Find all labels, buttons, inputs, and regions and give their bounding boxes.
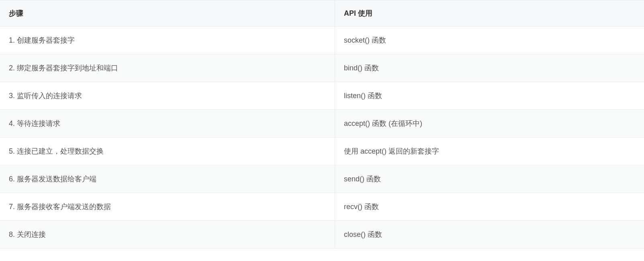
- cell-api: close() 函数: [335, 221, 644, 249]
- cell-api: accept() 函数 (在循环中): [335, 110, 644, 138]
- api-steps-table: 步骤 API 使用 1. 创建服务器套接字 socket() 函数 2. 绑定服…: [0, 0, 644, 249]
- cell-step: 1. 创建服务器套接字: [0, 27, 335, 54]
- table-row: 7. 服务器接收客户端发送的数据 recv() 函数: [0, 193, 644, 221]
- cell-step: 2. 绑定服务器套接字到地址和端口: [0, 54, 335, 82]
- table-header-row: 步骤 API 使用: [0, 0, 644, 27]
- table-row: 3. 监听传入的连接请求 listen() 函数: [0, 82, 644, 110]
- cell-api: recv() 函数: [335, 193, 644, 221]
- cell-api: 使用 accept() 返回的新套接字: [335, 138, 644, 165]
- cell-api: listen() 函数: [335, 82, 644, 110]
- cell-step: 5. 连接已建立，处理数据交换: [0, 138, 335, 165]
- header-api: API 使用: [335, 0, 644, 27]
- table-row: 1. 创建服务器套接字 socket() 函数: [0, 27, 644, 54]
- cell-step: 4. 等待连接请求: [0, 110, 335, 138]
- cell-step: 8. 关闭连接: [0, 221, 335, 249]
- header-step: 步骤: [0, 0, 335, 27]
- cell-api: bind() 函数: [335, 54, 644, 82]
- table-row: 4. 等待连接请求 accept() 函数 (在循环中): [0, 110, 644, 138]
- cell-step: 3. 监听传入的连接请求: [0, 82, 335, 110]
- table-row: 5. 连接已建立，处理数据交换 使用 accept() 返回的新套接字: [0, 138, 644, 165]
- cell-api: send() 函数: [335, 165, 644, 193]
- cell-api: socket() 函数: [335, 27, 644, 54]
- table-row: 2. 绑定服务器套接字到地址和端口 bind() 函数: [0, 54, 644, 82]
- table-row: 6. 服务器发送数据给客户端 send() 函数: [0, 165, 644, 193]
- cell-step: 7. 服务器接收客户端发送的数据: [0, 193, 335, 221]
- cell-step: 6. 服务器发送数据给客户端: [0, 165, 335, 193]
- table-row: 8. 关闭连接 close() 函数: [0, 221, 644, 249]
